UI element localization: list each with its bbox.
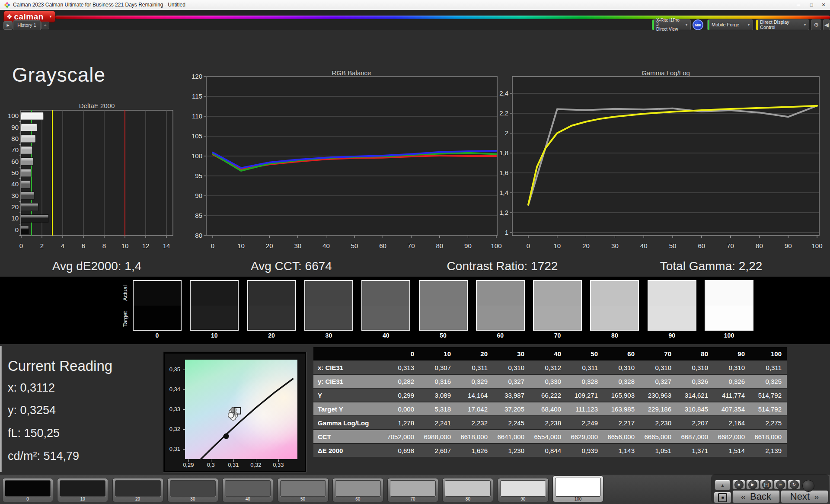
panel-resize-grip[interactable] xyxy=(0,346,2,472)
loop-button[interactable]: ∞ xyxy=(774,480,787,489)
stop-icon: ■ xyxy=(734,480,744,489)
table-cell: 2,275 xyxy=(750,416,787,430)
table-cell: 163,985 xyxy=(603,402,640,416)
chevron-down-icon: ▼ xyxy=(745,23,753,27)
svg-text:1,2: 1,2 xyxy=(499,209,508,216)
stat-contrast-ratio: Contrast Ratio: 1722 xyxy=(447,259,558,273)
back-button[interactable]: « Back xyxy=(732,490,780,503)
maximize-button[interactable]: □ xyxy=(805,0,818,10)
pattern-level-label: 30 xyxy=(168,497,218,501)
svg-text:30: 30 xyxy=(11,192,19,199)
svg-text:20: 20 xyxy=(266,242,273,249)
table-col-header: 20 xyxy=(456,347,493,360)
cie-xtick-mark xyxy=(188,459,189,462)
settings-gear-button[interactable]: ⚙ xyxy=(811,19,821,30)
display-control-dropdown[interactable]: Direct Display Control ▼ xyxy=(756,19,809,30)
pattern-level-label: 20 xyxy=(113,497,163,501)
meter-dropdown[interactable]: X-Rite i1Pro 3 Direct View ▼ xyxy=(652,19,691,30)
table-cell: 229,186 xyxy=(640,402,677,416)
pattern-swatch xyxy=(335,480,381,497)
pattern-level-button-60[interactable]: 60 xyxy=(332,478,383,502)
svg-text:2: 2 xyxy=(505,129,508,137)
step-button[interactable]: [−] xyxy=(760,480,773,489)
cie-ytick: 0,32 xyxy=(169,426,180,432)
patch-level-label: 40 xyxy=(361,332,410,339)
tab-history-1[interactable]: History 1 xyxy=(13,20,41,30)
table-cell: 6656,000 xyxy=(603,430,640,443)
table-cell: 111,123 xyxy=(566,402,603,416)
table-cell: 33,987 xyxy=(493,388,530,402)
cie-ytick: 0,35 xyxy=(169,366,180,373)
svg-text:14: 14 xyxy=(163,242,170,249)
source-name: Mobile Forge xyxy=(709,22,745,28)
table-cell: 314,621 xyxy=(677,388,713,402)
table-cell: 2,230 xyxy=(640,416,677,430)
status-orb-button[interactable] xyxy=(802,480,814,492)
deltae-chart-title: DeltaE 2000 xyxy=(79,102,115,109)
meter-count-badge: 688 xyxy=(692,19,704,30)
play-button[interactable]: ▶ xyxy=(746,480,759,489)
table-cell: 0,310 xyxy=(603,360,640,374)
table-cell: 0,328 xyxy=(566,374,603,388)
pattern-level-button-80[interactable]: 80 xyxy=(442,478,493,502)
patch-actual xyxy=(362,281,409,306)
patch-target xyxy=(134,306,181,330)
table-cell: 6641,000 xyxy=(493,430,530,443)
table-col-header: 30 xyxy=(493,347,530,360)
pattern-level-button-100[interactable]: 100 xyxy=(552,475,603,502)
pattern-level-button-30[interactable]: 30 xyxy=(167,478,218,502)
table-row-label: Target Y xyxy=(313,402,383,416)
patch-target xyxy=(477,306,524,330)
cie-xtick-mark xyxy=(233,459,234,462)
cie-chromaticity-panel: 0,350,340,330,320,310,290,30,310,320,33 xyxy=(163,352,306,472)
grayscale-patch-80 xyxy=(590,280,639,331)
current-reading-fl: fL: 150,25 xyxy=(8,427,60,440)
grayscale-patch-50 xyxy=(419,280,468,331)
table-cell: 0,310 xyxy=(713,360,750,374)
collapse-panel-button[interactable]: ◀ xyxy=(823,19,830,30)
pattern-swatch xyxy=(225,480,271,497)
svg-text:20: 20 xyxy=(582,242,590,249)
meter-mode: Direct View xyxy=(656,27,678,32)
rainbow-gradient-bar xyxy=(55,16,830,19)
svg-text:10: 10 xyxy=(553,242,561,249)
panel-expand-button[interactable]: ▲ xyxy=(715,480,731,490)
table-cell: 0,939 xyxy=(566,443,603,457)
table-col-header: 0 xyxy=(383,347,419,360)
patch-level-label: 90 xyxy=(648,332,696,339)
next-button[interactable]: Next » xyxy=(781,490,828,503)
pattern-level-button-40[interactable]: 40 xyxy=(222,478,273,502)
history-scroll-left-button[interactable]: ▶ xyxy=(3,21,13,30)
patch-actual xyxy=(477,281,524,306)
pattern-level-button-50[interactable]: 50 xyxy=(278,478,329,502)
table-cell: 6618,000 xyxy=(456,430,493,443)
table-col-header: 50 xyxy=(566,347,603,360)
pattern-level-button-20[interactable]: 20 xyxy=(112,478,163,502)
table-cell: 310,845 xyxy=(677,402,713,416)
patch-level-label: 50 xyxy=(419,332,468,339)
add-history-tab-button[interactable]: + xyxy=(41,22,49,29)
display-pattern-button[interactable]: ■ xyxy=(714,492,731,503)
grayscale-patch-100 xyxy=(705,280,753,331)
table-cell: 1,278 xyxy=(383,416,419,430)
pattern-level-button-10[interactable]: 10 xyxy=(57,478,108,502)
table-cell: 6687,000 xyxy=(677,430,713,443)
refresh-button[interactable]: ↻ xyxy=(788,480,801,489)
table-row-label: CCT xyxy=(313,430,383,443)
source-dropdown[interactable]: Mobile Forge ▼ xyxy=(707,19,753,30)
table-cell: 17,042 xyxy=(456,402,493,416)
svg-text:0: 0 xyxy=(211,242,214,249)
pattern-level-button-70[interactable]: 70 xyxy=(387,478,438,502)
current-reading-x: x: 0,3112 xyxy=(8,381,55,395)
cie-xtick-mark xyxy=(278,459,279,462)
chevron-down-icon: ▼ xyxy=(683,23,690,27)
pattern-level-button-90[interactable]: 90 xyxy=(498,478,549,502)
stop-button[interactable]: ■ xyxy=(732,480,745,489)
pattern-level-button-0[interactable]: 0 xyxy=(2,478,53,502)
cie-plot-overlay xyxy=(185,360,297,459)
close-button[interactable]: ✕ xyxy=(817,0,830,10)
table-col-header: 10 xyxy=(419,347,456,360)
minimize-button[interactable]: ─ xyxy=(792,0,805,10)
table-cell: 0,312 xyxy=(530,360,566,374)
patch-level-label: 20 xyxy=(247,332,296,339)
